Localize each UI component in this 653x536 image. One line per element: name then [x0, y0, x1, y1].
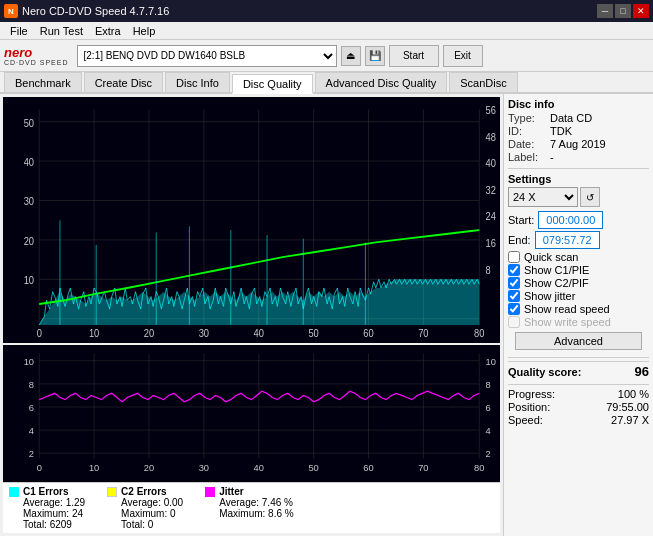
c2-pif-row: Show C2/PIF — [508, 277, 649, 289]
c2-color-dot — [107, 487, 117, 497]
svg-text:24: 24 — [486, 210, 497, 222]
chart-panel: 50 40 30 20 10 56 48 40 32 24 16 8 0 10 … — [3, 97, 500, 533]
position-row: Position: 79:55.00 — [508, 401, 649, 413]
menu-run-test[interactable]: Run Test — [34, 25, 89, 37]
tab-scandisc[interactable]: ScanDisc — [449, 72, 517, 92]
svg-rect-46 — [3, 345, 500, 482]
settings-title: Settings — [508, 173, 649, 185]
tab-benchmark[interactable]: Benchmark — [4, 72, 82, 92]
bottom-chart: 10 8 6 4 2 10 8 6 4 2 0 10 20 30 40 50 — [3, 345, 500, 482]
id-row: ID: TDK — [508, 125, 649, 137]
read-speed-label[interactable]: Show read speed — [524, 303, 610, 315]
write-speed-checkbox[interactable] — [508, 316, 520, 328]
drive-select[interactable]: [2:1] BENQ DVD DD DW1640 BSLB — [77, 45, 337, 67]
quality-score-value: 96 — [635, 364, 649, 379]
minimize-button[interactable]: ─ — [597, 4, 613, 18]
svg-text:10: 10 — [89, 463, 99, 473]
c1-stats: C1 Errors Average: 1.29 Maximum: 24 Tota… — [23, 486, 85, 530]
top-chart: 50 40 30 20 10 56 48 40 32 24 16 8 0 10 … — [3, 97, 500, 343]
speed-row: 24 X ↺ — [508, 187, 649, 207]
menu-file[interactable]: File — [4, 25, 34, 37]
start-time-input[interactable] — [538, 211, 603, 229]
svg-text:32: 32 — [486, 185, 497, 197]
disc-info-title: Disc info — [508, 98, 649, 110]
tab-disc-info[interactable]: Disc Info — [165, 72, 230, 92]
svg-text:6: 6 — [29, 404, 34, 414]
read-speed-checkbox[interactable] — [508, 303, 520, 315]
legend-area: C1 Errors Average: 1.29 Maximum: 24 Tota… — [3, 482, 500, 533]
svg-text:2: 2 — [486, 450, 491, 460]
svg-text:0: 0 — [37, 463, 42, 473]
tab-disc-quality[interactable]: Disc Quality — [232, 74, 313, 94]
c1-legend: C1 Errors Average: 1.29 Maximum: 24 Tota… — [9, 486, 85, 530]
svg-text:0: 0 — [37, 328, 42, 340]
svg-text:80: 80 — [474, 328, 485, 340]
quality-score-row: Quality score: 96 — [508, 361, 649, 381]
type-row: Type: Data CD — [508, 112, 649, 124]
quick-scan-row: Quick scan — [508, 251, 649, 263]
svg-text:50: 50 — [308, 463, 318, 473]
maximize-button[interactable]: □ — [615, 4, 631, 18]
svg-text:70: 70 — [418, 463, 428, 473]
svg-text:40: 40 — [24, 156, 35, 168]
advanced-button[interactable]: Advanced — [515, 332, 642, 350]
quick-scan-label[interactable]: Quick scan — [524, 251, 578, 263]
start-button[interactable]: Start — [389, 45, 439, 67]
svg-text:8: 8 — [486, 380, 491, 390]
disc-info-section: Disc info Type: Data CD ID: TDK Date: 7 … — [508, 98, 649, 164]
c1-pie-label[interactable]: Show C1/PIE — [524, 264, 589, 276]
eject-icon[interactable]: ⏏ — [341, 46, 361, 66]
start-row: Start: — [508, 211, 649, 229]
menu-extra[interactable]: Extra — [89, 25, 127, 37]
svg-text:10: 10 — [24, 275, 35, 287]
svg-text:60: 60 — [363, 463, 373, 473]
c2-pif-label[interactable]: Show C2/PIF — [524, 277, 589, 289]
tab-create-disc[interactable]: Create Disc — [84, 72, 163, 92]
app-title: Nero CD-DVD Speed 4.7.7.16 — [22, 5, 169, 17]
exit-button[interactable]: Exit — [443, 45, 483, 67]
progress-row: Progress: 100 % — [508, 388, 649, 400]
svg-text:50: 50 — [308, 328, 319, 340]
close-button[interactable]: ✕ — [633, 4, 649, 18]
settings-section: Settings 24 X ↺ Start: End: Quick scan — [508, 173, 649, 354]
svg-text:4: 4 — [29, 427, 34, 437]
svg-text:2: 2 — [29, 450, 34, 460]
svg-text:60: 60 — [363, 328, 374, 340]
c2-pif-checkbox[interactable] — [508, 277, 520, 289]
date-row: Date: 7 Aug 2019 — [508, 138, 649, 150]
svg-text:20: 20 — [144, 463, 154, 473]
svg-text:40: 40 — [254, 463, 264, 473]
c2-stats: C2 Errors Average: 0.00 Maximum: 0 Total… — [121, 486, 183, 530]
tab-advanced-disc-quality[interactable]: Advanced Disc Quality — [315, 72, 448, 92]
menu-help[interactable]: Help — [127, 25, 162, 37]
jitter-color-dot — [205, 487, 215, 497]
refresh-button[interactable]: ↺ — [580, 187, 600, 207]
jitter-checkbox[interactable] — [508, 290, 520, 302]
jitter-label[interactable]: Show jitter — [524, 290, 575, 302]
svg-text:8: 8 — [29, 380, 34, 390]
svg-text:10: 10 — [89, 328, 100, 340]
window-controls: ─ □ ✕ — [597, 4, 649, 18]
svg-text:6: 6 — [486, 404, 491, 414]
quick-scan-checkbox[interactable] — [508, 251, 520, 263]
main-content: 50 40 30 20 10 56 48 40 32 24 16 8 0 10 … — [0, 94, 653, 536]
c1-pie-checkbox[interactable] — [508, 264, 520, 276]
svg-text:30: 30 — [24, 196, 35, 208]
svg-text:56: 56 — [486, 105, 497, 117]
jitter-row: Show jitter — [508, 290, 649, 302]
svg-text:30: 30 — [199, 463, 209, 473]
svg-text:40: 40 — [254, 328, 265, 340]
jitter-stats: Jitter Average: 7.46 % Maximum: 8.6 % — [219, 486, 293, 519]
legends: C1 Errors Average: 1.29 Maximum: 24 Tota… — [9, 486, 494, 530]
svg-text:20: 20 — [24, 235, 35, 247]
app-icon: N — [4, 4, 18, 18]
speed-select[interactable]: 24 X — [508, 187, 578, 207]
speed-row: Speed: 27.97 X — [508, 414, 649, 426]
svg-text:10: 10 — [486, 357, 496, 367]
svg-text:8: 8 — [486, 265, 491, 277]
quality-score-label: Quality score: — [508, 366, 581, 378]
save-icon[interactable]: 💾 — [365, 46, 385, 66]
end-time-input[interactable] — [535, 231, 600, 249]
svg-text:16: 16 — [486, 238, 497, 250]
svg-text:70: 70 — [418, 328, 429, 340]
